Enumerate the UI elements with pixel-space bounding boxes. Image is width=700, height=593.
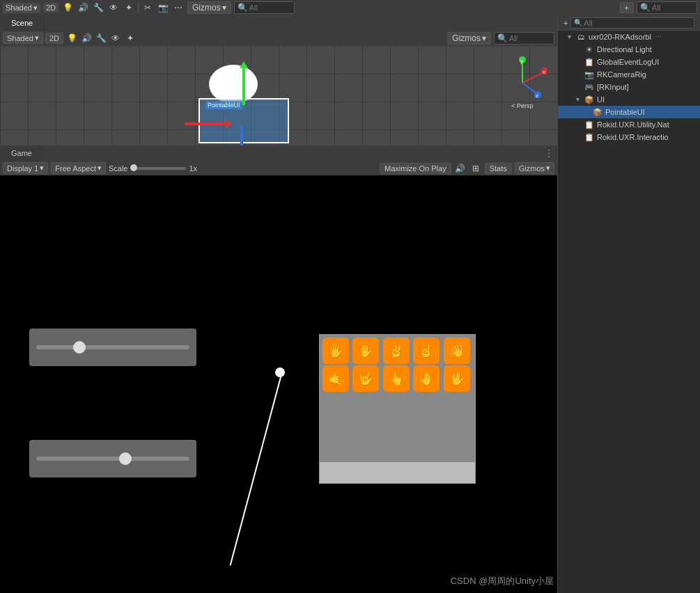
particles-icon2[interactable]: ✦ bbox=[124, 32, 137, 45]
gizmos-btn[interactable]: Gizmos ▾ bbox=[187, 1, 231, 14]
chevron-icon7: ▾ bbox=[546, 164, 550, 173]
2d-btn[interactable]: 2D bbox=[45, 33, 63, 44]
hierarchy-item-6[interactable]: 📋 Rokid.UXR.Utility.Nat bbox=[558, 118, 700, 131]
icon-cell-6[interactable]: 🤟 bbox=[352, 365, 379, 392]
dots-icon[interactable]: ⋯ bbox=[172, 1, 185, 14]
x-axis-label: x bbox=[543, 69, 545, 75]
hierarchy-item-3[interactable]: 🎮 [RKInput] bbox=[558, 81, 700, 93]
search-icon2: 🔍 bbox=[640, 3, 651, 13]
svg-line-2 bbox=[522, 72, 543, 83]
chevron-down-icon2: ▾ bbox=[222, 3, 226, 13]
transform-arrow-red bbox=[185, 122, 226, 125]
root-dots: ⋯ bbox=[655, 33, 662, 40]
hierarchy-search-bar[interactable]: 🔍 bbox=[570, 17, 694, 29]
scene-search-input[interactable] bbox=[249, 3, 291, 12]
item-icon-4: 📦 bbox=[584, 95, 594, 104]
item-label-1: GlobalEventLogUI bbox=[597, 58, 659, 66]
icon-cell-9[interactable]: 🖖 bbox=[444, 365, 470, 392]
center-dot bbox=[275, 367, 285, 377]
hierarchy-item-1[interactable]: 📋 GlobalEventLogUI bbox=[558, 56, 700, 68]
shading-label2: Shaded bbox=[7, 34, 33, 42]
fx-icon[interactable]: 🔧 bbox=[92, 1, 104, 14]
scale-thumb[interactable] bbox=[130, 164, 137, 171]
game-overflow-menu[interactable]: ⋮ bbox=[540, 148, 557, 158]
particles-icon[interactable]: ✦ bbox=[123, 1, 135, 14]
game-tab-bar: Game ⋮ bbox=[0, 145, 557, 161]
hidden-icon2[interactable]: 👁 bbox=[109, 32, 122, 45]
tab-scene[interactable]: Scene bbox=[0, 15, 45, 31]
game-viewport: 🖐 ✋ ✌ ☝ 👋 🤙 🤟 👆 🤚 🖖 bbox=[0, 175, 557, 593]
orientation-gizmo[interactable]: y x z < Persp bbox=[498, 52, 547, 107]
hierarchy-root[interactable]: ▼ 🗂 uxr020-RKAdsorbl ⋯ bbox=[558, 31, 700, 43]
icon-cell-5[interactable]: 🤙 bbox=[322, 365, 349, 392]
plus-btn[interactable]: + bbox=[563, 19, 568, 27]
2d-toggle[interactable]: 2D bbox=[43, 3, 59, 13]
icon-cell-2[interactable]: ✌ bbox=[383, 338, 410, 364]
scale-track[interactable] bbox=[130, 167, 186, 170]
icon-cell-3[interactable]: ☝ bbox=[413, 338, 440, 364]
icon-cell-0[interactable]: 🖐 bbox=[322, 338, 349, 364]
display-dropdown[interactable]: Display 1 ▾ bbox=[3, 162, 48, 174]
audio-icon2[interactable]: 🔊 bbox=[80, 32, 93, 45]
slider-2-thumb[interactable] bbox=[119, 452, 132, 465]
hierarchy-item-4[interactable]: ▼ 📦 UI bbox=[558, 93, 700, 106]
item-label-5: PointableUI bbox=[605, 108, 645, 116]
display-label: Display 1 bbox=[7, 164, 38, 173]
shading-label: Shaded bbox=[6, 3, 32, 12]
item-label-6: Rokid.UXR.Utility.Nat bbox=[597, 120, 669, 129]
item-icon-7: 📋 bbox=[584, 132, 594, 142]
audio-icon[interactable]: 🔊 bbox=[77, 1, 89, 14]
slider-1-container bbox=[29, 329, 196, 366]
maximize-btn[interactable]: Maximize On Play bbox=[380, 163, 451, 174]
slider-1-track[interactable] bbox=[36, 345, 189, 349]
slider-2-container bbox=[29, 440, 196, 477]
icon-cell-8[interactable]: 🤚 bbox=[413, 365, 440, 392]
search-icon4: 🔍 bbox=[574, 19, 582, 26]
scene-search2[interactable]: 🔍 bbox=[494, 32, 554, 45]
stats-icon[interactable]: ⊞ bbox=[469, 162, 482, 175]
gizmos-dropdown2[interactable]: Gizmos ▾ bbox=[515, 162, 554, 174]
light-icon[interactable]: 💡 bbox=[61, 1, 74, 14]
scene-search[interactable]: 🔍 bbox=[234, 1, 295, 14]
scene-search-input2[interactable] bbox=[509, 34, 551, 42]
slider-1-thumb[interactable] bbox=[73, 341, 86, 354]
mode-label2: 2D bbox=[49, 34, 59, 42]
hierarchy-panel: + 🔍 ▼ 🗂 uxr020-RKAdsorbl ⋯ ☀ Directional… bbox=[557, 15, 700, 593]
hierarchy-item-5[interactable]: 📦 PointableUI bbox=[558, 106, 700, 118]
item-icon-5: 📦 bbox=[593, 107, 602, 117]
shading-dropdown2[interactable]: Shaded ▾ bbox=[3, 32, 43, 44]
root-icon: 🗂 bbox=[576, 32, 586, 42]
root-label: uxr020-RKAdsorbl bbox=[589, 33, 651, 41]
fx-icon2[interactable]: 🔧 bbox=[95, 32, 107, 45]
hierarchy-item-2[interactable]: 📷 RKCameraRig bbox=[558, 68, 700, 81]
icon-cell-1[interactable]: ✋ bbox=[352, 338, 379, 364]
light-icon2[interactable]: 💡 bbox=[65, 32, 78, 45]
add-button[interactable]: + bbox=[620, 2, 634, 13]
icon-grid: 🖐 ✋ ✌ ☝ 👋 🤙 🤟 👆 🤚 🖖 bbox=[320, 335, 475, 395]
hierarchy-search-input[interactable] bbox=[652, 3, 694, 12]
hidden-icon[interactable]: 👁 bbox=[107, 1, 120, 14]
scene-tab-label: Scene bbox=[11, 19, 33, 27]
hierarchy-item-7[interactable]: 📋 Rokid.UXR.Interactio bbox=[558, 131, 700, 143]
stats-btn[interactable]: Stats bbox=[485, 163, 512, 174]
chevron-icon6: ▾ bbox=[98, 164, 102, 173]
scissors-icon[interactable]: ✂ bbox=[141, 1, 154, 14]
item-icon-1: 📋 bbox=[584, 57, 594, 67]
tab-game[interactable]: Game bbox=[0, 145, 44, 161]
mute-icon[interactable]: 🔊 bbox=[454, 162, 467, 175]
chevron-icon5: ▾ bbox=[40, 164, 44, 173]
icon-cell-4[interactable]: 👋 bbox=[444, 338, 470, 364]
icon-cell-7[interactable]: 👆 bbox=[383, 365, 410, 392]
scene-gizmos-btn[interactable]: Gizmos ▾ bbox=[447, 32, 491, 45]
hierarchy-search-input2[interactable] bbox=[584, 19, 691, 27]
gizmos-label2: Gizmos bbox=[452, 33, 481, 43]
aspect-dropdown[interactable]: Free Aspect ▾ bbox=[51, 162, 106, 174]
camera-icon[interactable]: 📷 bbox=[157, 1, 169, 14]
scene-viewport: PointableUI y x z < Persp bbox=[0, 46, 557, 146]
slider-2-track[interactable] bbox=[36, 457, 189, 461]
z-axis-label: z bbox=[536, 93, 538, 99]
hierarchy-search[interactable]: 🔍 bbox=[637, 1, 697, 14]
hierarchy-item-0[interactable]: ☀ Directional Light bbox=[558, 43, 700, 56]
shading-dropdown[interactable]: Shaded ▾ bbox=[3, 3, 40, 13]
chevron-icon3: ▾ bbox=[35, 33, 39, 42]
